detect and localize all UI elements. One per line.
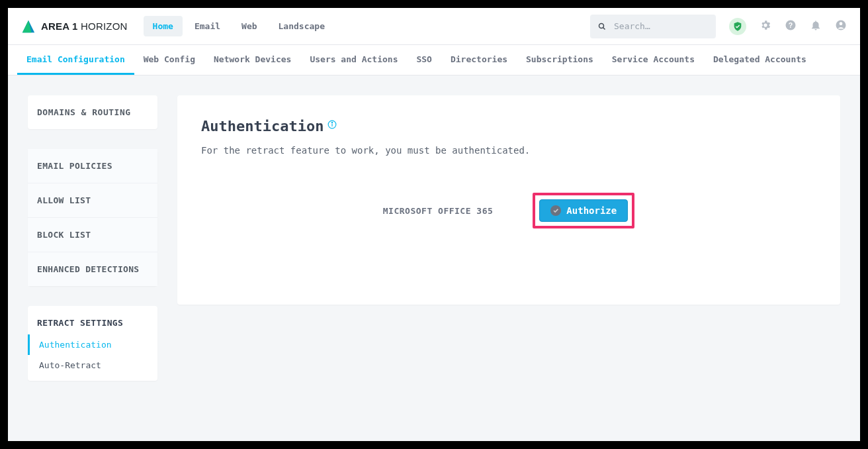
topbar: AREA 1 HORIZON Home Email Web Landscape [8,8,860,45]
search-input[interactable] [614,21,708,31]
sidebar-item-authentication[interactable]: Authentication [28,334,157,355]
check-circle-icon [550,205,561,216]
sidebar-item-enhanced-detections[interactable]: ENHANCED DETECTIONS [28,252,157,286]
tab-subscriptions[interactable]: Subscriptions [517,45,603,75]
sidebar-item-block-list[interactable]: BLOCK LIST [28,218,157,252]
gear-icon[interactable] [760,19,771,34]
topnav: Home Email Web Landscape [144,16,334,36]
subnav-tabs: Email Configuration Web Config Network D… [8,45,860,75]
authorize-highlight: Authorize [533,193,634,228]
auth-row: MICROSOFT OFFICE 365 Authorize [201,193,816,228]
tab-web-config[interactable]: Web Config [134,45,204,75]
svg-point-10 [332,122,333,123]
sidebar-item-allow-list[interactable]: ALLOW LIST [28,183,157,218]
svg-line-3 [603,27,605,29]
sidebar-item-auto-retract[interactable]: Auto-Retract [28,355,157,381]
sidebar-retract-title: RETRACT SETTINGS [28,306,157,334]
svg-point-7 [840,22,843,25]
search-icon [598,22,606,31]
authorize-button[interactable]: Authorize [539,199,628,222]
content-area: DOMAINS & ROUTING EMAIL POLICIES ALLOW L… [8,75,860,441]
sidebar-policies-group: EMAIL POLICIES ALLOW LIST BLOCK LIST ENH… [28,149,157,286]
brand-text: AREA 1 HORIZON [41,21,128,32]
topnav-home[interactable]: Home [144,16,183,36]
tab-sso[interactable]: SSO [407,45,441,75]
svg-text:?: ? [789,21,793,28]
sidebar-retract-group: RETRACT SETTINGS Authentication Auto-Ret… [28,306,157,381]
tab-users-and-actions[interactable]: Users and Actions [300,45,407,75]
page-title: Authentication [201,118,324,134]
info-icon[interactable] [327,120,337,129]
page-description: For the retract feature to work, you mus… [201,145,816,156]
auth-provider-label: MICROSOFT OFFICE 365 [383,206,494,216]
shield-check-icon[interactable] [729,18,746,35]
sidebar: DOMAINS & ROUTING EMAIL POLICIES ALLOW L… [28,95,157,421]
tab-network-devices[interactable]: Network Devices [204,45,300,75]
tab-email-configuration[interactable]: Email Configuration [17,45,134,75]
bell-icon[interactable] [810,19,822,34]
sidebar-item-domains-routing[interactable]: DOMAINS & ROUTING [28,95,157,129]
user-icon[interactable] [835,19,847,34]
brand[interactable]: AREA 1 HORIZON [21,19,128,34]
help-icon[interactable]: ? [785,19,797,34]
tab-service-accounts[interactable]: Service Accounts [603,45,704,75]
tab-delegated-accounts[interactable]: Delegated Accounts [704,45,816,75]
topnav-web[interactable]: Web [232,16,266,36]
search-box[interactable] [590,15,716,38]
sidebar-item-email-policies[interactable]: EMAIL POLICIES [28,149,157,183]
topnav-email[interactable]: Email [185,16,230,36]
tab-directories[interactable]: Directories [441,45,517,75]
authorize-button-label: Authorize [566,205,617,216]
brand-logo-icon [21,19,36,34]
main-panel: Authentication For the retract feature t… [177,95,840,305]
svg-point-2 [599,23,603,28]
topnav-landscape[interactable]: Landscape [269,16,334,36]
top-icons: ? [729,18,847,35]
